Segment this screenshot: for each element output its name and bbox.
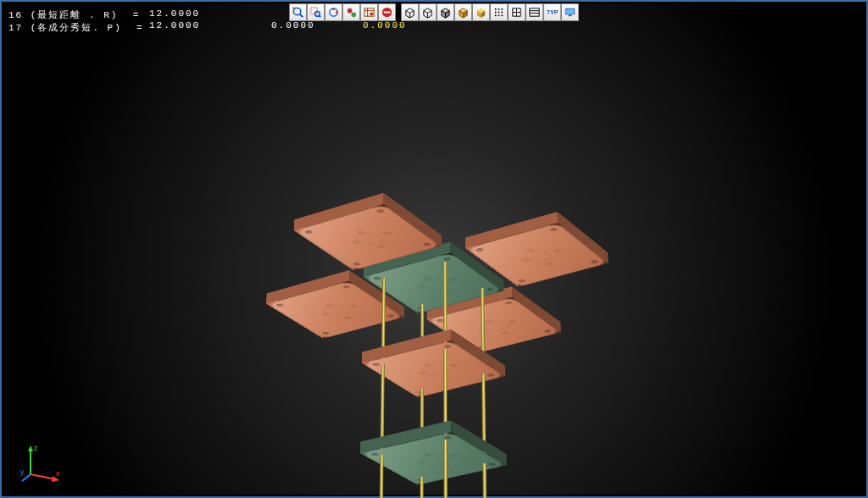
- svg-line-31: [31, 474, 56, 479]
- svg-point-18: [498, 12, 500, 14]
- display-button[interactable]: [561, 3, 579, 21]
- parameter-readout: 16 (最短距離 . R) = 17 (各成分秀短. P) = 12.0000 …: [8, 8, 144, 34]
- svg-point-21: [498, 14, 500, 16]
- view-toolbar: TYP: [289, 3, 579, 21]
- svg-point-11: [370, 13, 373, 16]
- axis-gizmo[interactable]: z x y: [20, 442, 63, 484]
- svg-rect-13: [384, 12, 391, 14]
- pan-rotate-button[interactable]: [325, 3, 342, 21]
- readout-v1-2: 12.0000: [149, 20, 200, 30]
- svg-rect-27: [566, 9, 574, 14]
- readout-index-2: 17: [8, 23, 23, 33]
- view-iso-button[interactable]: [419, 3, 437, 21]
- svg-rect-2: [311, 8, 318, 14]
- grid-points-button[interactable]: [490, 3, 508, 21]
- svg-point-16: [501, 8, 503, 10]
- readout-label-2: (各成分秀短. P): [31, 23, 122, 33]
- grid-lines-button[interactable]: [508, 3, 526, 21]
- type-button[interactable]: TYP: [543, 3, 561, 21]
- viewport-3d[interactable]: TYP 16 (最短距離 . R) = 17 (各成分秀短. P) = 12.0…: [3, 3, 865, 495]
- svg-point-20: [495, 14, 497, 16]
- tool-a-button[interactable]: [342, 3, 360, 21]
- zoom-fit-button[interactable]: [289, 3, 307, 21]
- svg-line-4: [319, 15, 320, 17]
- svg-marker-30: [28, 445, 33, 451]
- readout-v3: 0.0000: [363, 20, 407, 30]
- app-frame: { "toolbar": { "buttons": [ {"name": "zo…: [0, 0, 868, 498]
- svg-line-1: [299, 14, 303, 17]
- readout-v2: 0.0000: [271, 20, 315, 30]
- svg-point-15: [498, 8, 500, 10]
- view-solid-button[interactable]: [472, 3, 490, 21]
- layers-button[interactable]: [526, 3, 543, 21]
- zoom-area-button[interactable]: [307, 3, 325, 21]
- readout-label-1: (最短距離 . R): [31, 10, 119, 20]
- svg-point-14: [495, 8, 497, 10]
- svg-rect-23: [530, 8, 539, 16]
- svg-point-19: [501, 12, 503, 14]
- tool-b-button[interactable]: [360, 3, 378, 21]
- readout-index-1: 16: [8, 10, 23, 20]
- svg-point-6: [348, 8, 353, 14]
- svg-point-22: [501, 14, 503, 16]
- axis-x-label: x: [56, 469, 60, 478]
- view-wire-button[interactable]: [401, 3, 419, 21]
- axis-y-label: y: [20, 468, 25, 476]
- svg-rect-28: [569, 14, 572, 16]
- scene-3d: [3, 3, 865, 495]
- readout-v1-1: 12.0000: [149, 8, 200, 19]
- axis-z-label: z: [34, 444, 38, 452]
- view-iso2-button[interactable]: [437, 3, 454, 21]
- view-shaded-button[interactable]: [454, 3, 472, 21]
- svg-point-17: [495, 12, 497, 14]
- stop-button[interactable]: [378, 3, 396, 21]
- svg-point-7: [352, 13, 357, 18]
